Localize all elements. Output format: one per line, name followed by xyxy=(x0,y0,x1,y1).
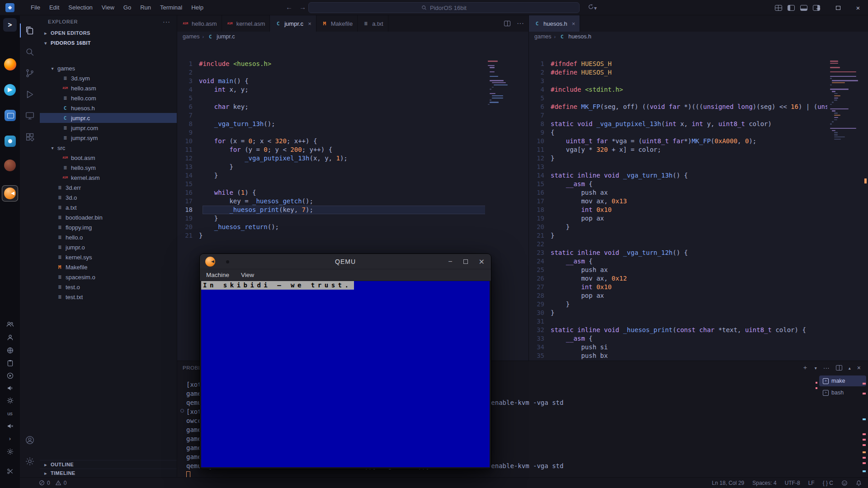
menu-file[interactable]: File xyxy=(26,2,45,13)
volume-mute-icon[interactable] xyxy=(7,423,14,429)
qemu-minimize-icon[interactable]: − xyxy=(448,258,452,266)
breadcrumb[interactable]: games›Chuesos.h xyxy=(529,32,868,42)
minimize-icon[interactable]: – xyxy=(808,0,828,15)
globe-icon[interactable] xyxy=(7,347,14,354)
tab-hello.asm[interactable]: ASMhello.asm xyxy=(177,15,222,32)
source-control-icon[interactable] xyxy=(20,62,40,84)
dock-files-app-icon[interactable] xyxy=(0,110,20,121)
account-icon[interactable] xyxy=(20,429,40,450)
panel-close-icon[interactable]: × xyxy=(857,364,861,371)
menu-help[interactable]: Help xyxy=(187,2,208,13)
notifications-bell-icon[interactable] xyxy=(856,480,862,486)
qemu-close-icon[interactable]: ✕ xyxy=(479,258,485,266)
dock-telegram-icon[interactable] xyxy=(0,84,20,96)
nav-back-icon[interactable]: ← xyxy=(286,3,292,11)
dock-qemu-icon-active[interactable] xyxy=(0,185,20,202)
sync-layout-icon[interactable]: ▾ xyxy=(588,4,597,11)
qemu-menu-view[interactable]: View xyxy=(241,272,254,278)
nav-forward-icon[interactable]: → xyxy=(299,3,306,11)
breadcrumb-item[interactable]: huesos.h xyxy=(568,33,591,40)
workspace-section[interactable]: ▾ PIDOROS 16BIT xyxy=(40,38,177,48)
tree-item-a.txt[interactable]: ≡a.txt xyxy=(40,202,177,212)
close-icon[interactable]: × xyxy=(848,0,868,15)
settings-gear-icon[interactable] xyxy=(20,450,40,472)
breadcrumb[interactable]: games›Cjumpr.c xyxy=(177,32,528,42)
terminal-dropdown-icon[interactable]: ▾ xyxy=(815,366,817,371)
language-mode[interactable]: { } C xyxy=(823,480,833,486)
tab-close-icon[interactable]: × xyxy=(308,20,311,27)
menu-selection[interactable]: Selection xyxy=(64,2,97,13)
menu-go[interactable]: Go xyxy=(119,2,136,13)
new-terminal-icon[interactable]: ＋ xyxy=(802,364,808,372)
scissors-icon[interactable] xyxy=(7,468,14,474)
tree-item-test.txt[interactable]: ≡test.txt xyxy=(40,292,177,302)
dock-mail-app-icon[interactable] xyxy=(0,160,20,171)
keyboard-layout-indicator[interactable]: us xyxy=(7,410,13,417)
qemu-vga-screen[interactable]: In skibidi — we trust. xyxy=(201,281,490,467)
dock-terminal-icon[interactable]: > xyxy=(0,18,20,32)
tree-item-kernel.asm[interactable]: ASMkernel.asm xyxy=(40,173,177,183)
tree-item-3d.o[interactable]: ≡3d.o xyxy=(40,192,177,202)
menu-terminal[interactable]: Terminal xyxy=(156,2,187,13)
panel-maximize-icon[interactable]: ▴ xyxy=(849,366,851,371)
menu-view[interactable]: View xyxy=(97,2,119,13)
code-editor-huesos-h[interactable]: 1#ifndef HUESOS_H2#define HUESOS_H34#inc… xyxy=(529,57,868,361)
minimap[interactable] xyxy=(485,57,528,361)
breadcrumb-item[interactable]: jumpr.c xyxy=(217,33,235,40)
breadcrumb-item[interactable]: games xyxy=(183,33,200,40)
play-badge-icon[interactable] xyxy=(7,372,14,379)
run-debug-icon[interactable] xyxy=(20,84,40,105)
remote-explorer-icon[interactable] xyxy=(20,105,40,126)
timeline-section[interactable]: ▸ TIMELINE xyxy=(40,469,177,477)
dock-media-app-icon[interactable] xyxy=(0,136,20,147)
tab-a.txt[interactable]: ≡a.txt xyxy=(358,15,388,32)
sidebar-more-icon[interactable]: ··· xyxy=(163,18,170,25)
toggle-sidebar-icon[interactable] xyxy=(788,5,795,11)
eol-sequence[interactable]: LF xyxy=(808,480,815,486)
tree-item-hello.o[interactable]: ≡hello.o xyxy=(40,232,177,242)
terminal-tab-bash[interactable]: >bash xyxy=(819,387,866,398)
tree-item-huesos.h[interactable]: Chuesos.h xyxy=(40,103,177,113)
app-logo-icon[interactable]: ❖ xyxy=(5,3,14,12)
tab-kernel.asm[interactable]: ASMkernel.asm xyxy=(222,15,270,32)
terminal-tab-make[interactable]: >make xyxy=(819,375,866,386)
tree-item-3d.err[interactable]: ≡3d.err xyxy=(40,183,177,192)
tree-item-jumpr.sym[interactable]: ≡jumpr.sym xyxy=(40,133,177,143)
qemu-window[interactable]: QEMU − ✕ MachineView In skibidi — we tru… xyxy=(199,253,491,469)
tree-item-test.o[interactable]: ≡test.o xyxy=(40,282,177,292)
outline-section[interactable]: ▸ OUTLINE xyxy=(40,460,177,469)
user-icon[interactable] xyxy=(7,334,14,341)
tree-item-boot.asm[interactable]: ASMboot.asm xyxy=(40,153,177,163)
layout-grid-icon[interactable] xyxy=(775,5,782,11)
tree-item-bootloader.bin[interactable]: ≡bootloader.bin xyxy=(40,212,177,222)
encoding[interactable]: UTF-8 xyxy=(785,480,800,486)
tree-item-spacesim.o[interactable]: ≡spacesim.o xyxy=(40,272,177,282)
tree-item-3d.sym[interactable]: ≡3d.sym xyxy=(40,73,177,83)
qemu-menu-machine[interactable]: Machine xyxy=(206,272,229,278)
tree-item-games[interactable]: ▾games xyxy=(40,63,177,73)
breadcrumb-item[interactable]: games xyxy=(534,33,552,40)
split-terminal-icon[interactable] xyxy=(836,365,842,371)
open-editors-section[interactable]: ▸ OPEN EDITORS xyxy=(40,28,177,38)
tree-item-jumpr.com[interactable]: ≡jumpr.com xyxy=(40,123,177,133)
menu-run[interactable]: Run xyxy=(136,2,156,13)
tree-item-kernel.sys[interactable]: ≡kernel.sys xyxy=(40,252,177,262)
dock-firefox-icon[interactable] xyxy=(0,58,20,70)
tab-Makefile[interactable]: MMakefile xyxy=(316,15,358,32)
command-center-search[interactable]: PidorOS 16bit xyxy=(308,2,580,13)
menu-edit[interactable]: Edit xyxy=(45,2,64,13)
problems-status[interactable]: 0 0 xyxy=(39,480,66,486)
panel-more-icon[interactable]: ··· xyxy=(823,364,830,371)
tree-item-hello.asm[interactable]: ASMhello.asm xyxy=(40,83,177,93)
tray-settings-icon[interactable] xyxy=(7,448,14,455)
explorer-icon[interactable] xyxy=(20,20,40,41)
tree-item-jumpr.c[interactable]: Cjumpr.c xyxy=(40,113,177,123)
indentation[interactable]: Spaces: 4 xyxy=(752,480,776,486)
tree-item-floppy.img[interactable]: ≡floppy.img xyxy=(40,222,177,232)
extensions-icon[interactable] xyxy=(20,126,40,147)
tree-item-src[interactable]: ▾src xyxy=(40,143,177,153)
qemu-titlebar[interactable]: QEMU − ✕ xyxy=(200,254,491,269)
clipboard-icon[interactable] xyxy=(7,360,13,366)
feedback-icon[interactable] xyxy=(841,480,848,486)
tree-item-hello.sym[interactable]: ≡hello.sym xyxy=(40,163,177,173)
